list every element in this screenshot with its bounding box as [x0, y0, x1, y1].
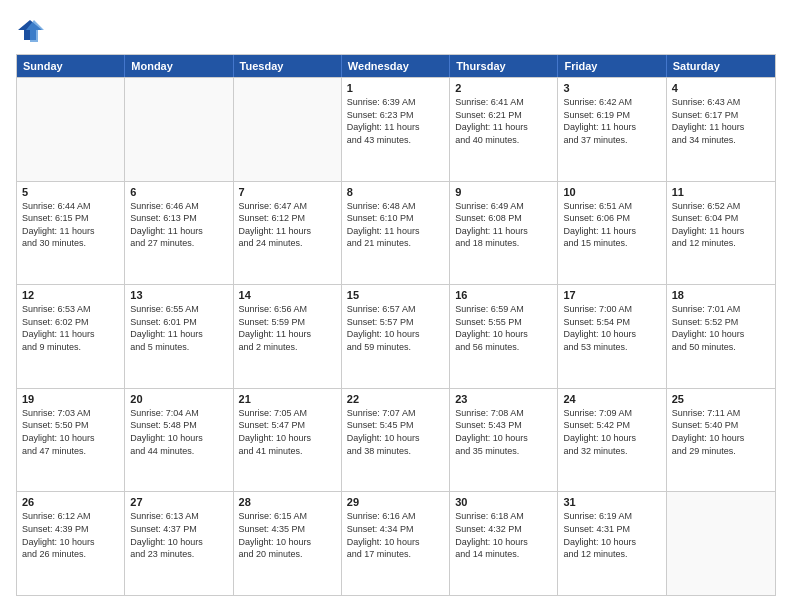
cell-line: Sunrise: 6:19 AM — [563, 510, 660, 523]
calendar-cell: 18Sunrise: 7:01 AMSunset: 5:52 PMDayligh… — [667, 285, 775, 388]
cell-line: and 21 minutes. — [347, 237, 444, 250]
cell-line: Sunset: 5:48 PM — [130, 419, 227, 432]
cell-line: and 41 minutes. — [239, 445, 336, 458]
cell-line: Sunrise: 6:56 AM — [239, 303, 336, 316]
cell-line: and 17 minutes. — [347, 548, 444, 561]
calendar-cell: 5Sunrise: 6:44 AMSunset: 6:15 PMDaylight… — [17, 182, 125, 285]
cell-line: Sunset: 6:08 PM — [455, 212, 552, 225]
calendar-cell: 23Sunrise: 7:08 AMSunset: 5:43 PMDayligh… — [450, 389, 558, 492]
calendar-week-row: 5Sunrise: 6:44 AMSunset: 6:15 PMDaylight… — [17, 181, 775, 285]
cell-line: Daylight: 10 hours — [455, 328, 552, 341]
cell-line: Sunrise: 6:57 AM — [347, 303, 444, 316]
day-number: 28 — [239, 496, 336, 508]
cell-line: Sunset: 6:04 PM — [672, 212, 770, 225]
cell-line: Daylight: 11 hours — [672, 121, 770, 134]
cell-line: Sunrise: 6:55 AM — [130, 303, 227, 316]
cell-line: Daylight: 10 hours — [563, 432, 660, 445]
cell-line: Sunset: 4:37 PM — [130, 523, 227, 536]
calendar-cell: 6Sunrise: 6:46 AMSunset: 6:13 PMDaylight… — [125, 182, 233, 285]
day-number: 26 — [22, 496, 119, 508]
cell-line: Sunrise: 6:46 AM — [130, 200, 227, 213]
cell-line: Sunset: 6:10 PM — [347, 212, 444, 225]
cell-line: Daylight: 10 hours — [347, 328, 444, 341]
cell-line: Daylight: 11 hours — [22, 225, 119, 238]
cell-line: Sunrise: 7:03 AM — [22, 407, 119, 420]
cell-line: Sunrise: 6:12 AM — [22, 510, 119, 523]
cell-line: Daylight: 10 hours — [455, 536, 552, 549]
cell-line: Sunrise: 7:00 AM — [563, 303, 660, 316]
cell-line: and 37 minutes. — [563, 134, 660, 147]
header — [16, 16, 776, 44]
logo — [16, 16, 48, 44]
cell-line: Sunrise: 6:16 AM — [347, 510, 444, 523]
cell-line: and 56 minutes. — [455, 341, 552, 354]
cell-line: Sunset: 5:47 PM — [239, 419, 336, 432]
cell-line: Daylight: 10 hours — [347, 536, 444, 549]
day-number: 12 — [22, 289, 119, 301]
calendar-cell: 22Sunrise: 7:07 AMSunset: 5:45 PMDayligh… — [342, 389, 450, 492]
day-number: 17 — [563, 289, 660, 301]
calendar-cell: 16Sunrise: 6:59 AMSunset: 5:55 PMDayligh… — [450, 285, 558, 388]
calendar-header-cell: Sunday — [17, 55, 125, 77]
day-number: 5 — [22, 186, 119, 198]
cell-line: and 35 minutes. — [455, 445, 552, 458]
cell-line: Sunrise: 6:42 AM — [563, 96, 660, 109]
cell-line: Daylight: 11 hours — [455, 121, 552, 134]
logo-icon — [16, 16, 44, 44]
calendar-week-row: 12Sunrise: 6:53 AMSunset: 6:02 PMDayligh… — [17, 284, 775, 388]
cell-line: Sunset: 6:19 PM — [563, 109, 660, 122]
cell-line: Sunrise: 6:47 AM — [239, 200, 336, 213]
cell-line: and 26 minutes. — [22, 548, 119, 561]
cell-line: Sunset: 6:01 PM — [130, 316, 227, 329]
calendar-cell: 20Sunrise: 7:04 AMSunset: 5:48 PMDayligh… — [125, 389, 233, 492]
calendar-week-row: 19Sunrise: 7:03 AMSunset: 5:50 PMDayligh… — [17, 388, 775, 492]
cell-line: and 47 minutes. — [22, 445, 119, 458]
cell-line: Sunset: 6:06 PM — [563, 212, 660, 225]
calendar-cell: 9Sunrise: 6:49 AMSunset: 6:08 PMDaylight… — [450, 182, 558, 285]
calendar-cell: 17Sunrise: 7:00 AMSunset: 5:54 PMDayligh… — [558, 285, 666, 388]
calendar-header-cell: Monday — [125, 55, 233, 77]
calendar-cell: 29Sunrise: 6:16 AMSunset: 4:34 PMDayligh… — [342, 492, 450, 595]
cell-line: Sunset: 5:55 PM — [455, 316, 552, 329]
day-number: 21 — [239, 393, 336, 405]
cell-line: Daylight: 10 hours — [672, 328, 770, 341]
day-number: 25 — [672, 393, 770, 405]
day-number: 31 — [563, 496, 660, 508]
cell-line: and 29 minutes. — [672, 445, 770, 458]
calendar-header: SundayMondayTuesdayWednesdayThursdayFrid… — [17, 55, 775, 77]
cell-line: Sunset: 6:23 PM — [347, 109, 444, 122]
calendar-cell: 28Sunrise: 6:15 AMSunset: 4:35 PMDayligh… — [234, 492, 342, 595]
calendar-header-cell: Tuesday — [234, 55, 342, 77]
cell-line: and 24 minutes. — [239, 237, 336, 250]
cell-line: Sunrise: 6:44 AM — [22, 200, 119, 213]
calendar-cell: 14Sunrise: 6:56 AMSunset: 5:59 PMDayligh… — [234, 285, 342, 388]
cell-line: Sunset: 4:35 PM — [239, 523, 336, 536]
cell-line: Sunset: 4:34 PM — [347, 523, 444, 536]
cell-line: Sunrise: 7:08 AM — [455, 407, 552, 420]
cell-line: Sunset: 5:50 PM — [22, 419, 119, 432]
cell-line: Sunset: 6:21 PM — [455, 109, 552, 122]
day-number: 15 — [347, 289, 444, 301]
cell-line: Daylight: 10 hours — [347, 432, 444, 445]
calendar-week-row: 26Sunrise: 6:12 AMSunset: 4:39 PMDayligh… — [17, 491, 775, 595]
day-number: 14 — [239, 289, 336, 301]
cell-line: Daylight: 10 hours — [22, 536, 119, 549]
cell-line: Sunrise: 6:49 AM — [455, 200, 552, 213]
cell-line: Sunrise: 7:09 AM — [563, 407, 660, 420]
calendar-header-cell: Friday — [558, 55, 666, 77]
cell-line: and 5 minutes. — [130, 341, 227, 354]
day-number: 29 — [347, 496, 444, 508]
cell-line: Daylight: 11 hours — [563, 225, 660, 238]
calendar-cell: 7Sunrise: 6:47 AMSunset: 6:12 PMDaylight… — [234, 182, 342, 285]
calendar-cell: 2Sunrise: 6:41 AMSunset: 6:21 PMDaylight… — [450, 78, 558, 181]
cell-line: and 27 minutes. — [130, 237, 227, 250]
cell-line: Daylight: 10 hours — [239, 432, 336, 445]
cell-line: Sunset: 5:57 PM — [347, 316, 444, 329]
cell-line: Sunset: 4:39 PM — [22, 523, 119, 536]
day-number: 9 — [455, 186, 552, 198]
day-number: 16 — [455, 289, 552, 301]
calendar-cell: 30Sunrise: 6:18 AMSunset: 4:32 PMDayligh… — [450, 492, 558, 595]
cell-line: Daylight: 10 hours — [22, 432, 119, 445]
cell-line: Sunrise: 7:05 AM — [239, 407, 336, 420]
calendar-cell — [125, 78, 233, 181]
